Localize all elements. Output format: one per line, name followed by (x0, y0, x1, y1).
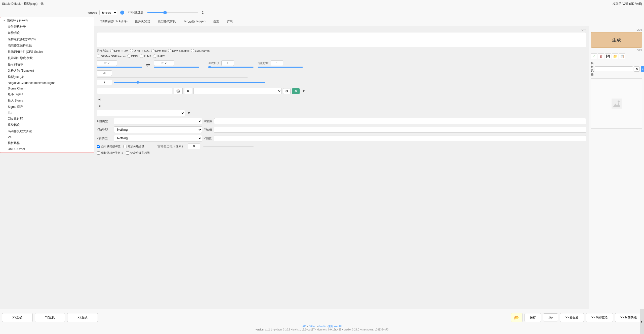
dropdown-item-hires-steps[interactable]: 高清修复采样次数 (0, 42, 94, 49)
height-input[interactable] (154, 60, 174, 66)
swap-wh-btn[interactable]: ⇄ (146, 62, 150, 68)
dropdown-item-seed[interactable]: 随机种子(seed) (0, 17, 94, 24)
tensors-select[interactable]: tensors (99, 10, 117, 15)
sampler-dpmsdekarras[interactable]: DPM++ SDE Karras (97, 55, 126, 58)
dropdown-item-sampler[interactable]: 采样方法 (Sampler) (0, 68, 94, 74)
steps-slider[interactable] (114, 82, 265, 83)
cfg-slider[interactable] (97, 77, 248, 78)
trash-icon[interactable]: 🗑 (598, 53, 604, 59)
check-icon[interactable]: ✓ (591, 53, 597, 59)
dropdown-item-guidance[interactable]: 提示词引导度-警块 (0, 55, 94, 61)
template-apply-btn[interactable]: ▸ (641, 66, 644, 72)
extra-select[interactable] (97, 110, 185, 116)
z-axis-select[interactable]: Nothing (114, 135, 202, 141)
gen-count-input[interactable] (221, 60, 234, 66)
dropdown-item-sigma-noise[interactable]: Sigma 噪声 (0, 104, 94, 110)
width-input[interactable] (97, 60, 117, 66)
dropdown-item-min-sigma[interactable]: 最小 Sigma (0, 91, 94, 98)
template-input[interactable] (595, 66, 633, 71)
x-axis-select[interactable] (114, 118, 202, 124)
lora-refresh-btn[interactable]: ♻ (292, 88, 300, 94)
sampler-lmskarras[interactable]: LMS Karras (191, 49, 210, 52)
nav-convert[interactable]: 模型格式转换 (154, 18, 179, 25)
nav-settings[interactable]: 设置 (210, 18, 223, 25)
sampler-ddim[interactable]: DDIM (127, 55, 138, 58)
sampler-dpmfast[interactable]: DPM fast (151, 49, 167, 52)
footer: API • Github • Gradio • 重启 WebUI version… (0, 324, 644, 332)
footer-reload[interactable]: 重启 WebUI (328, 325, 342, 328)
recycle-btn[interactable]: ♻ (184, 88, 192, 94)
extra-triangle[interactable]: ▼ (186, 111, 191, 116)
inpaint-btn[interactable]: >> 局部重绘 (586, 313, 613, 322)
dropdown-item-neg-sigma[interactable]: Negative Guidance minimum sigma (0, 80, 94, 86)
template-x-btn[interactable]: ✕ (634, 66, 640, 72)
batch-input[interactable] (271, 60, 283, 66)
lora-triangle-down[interactable]: ▼ (301, 88, 306, 93)
y-axis-value-input[interactable] (214, 127, 586, 133)
dropdown-item-clip-skip[interactable]: Clip 跳过层 (0, 116, 94, 122)
save-btn[interactable]: 保存 (525, 313, 541, 322)
dropdown-item-vae[interactable]: VAE (0, 134, 94, 140)
dropdown-item-max-sigma[interactable]: 最大 Sigma (0, 98, 94, 104)
sampler-dpmsde[interactable]: DPM++ SDE (130, 49, 150, 52)
nav-gallery[interactable]: 图库浏览器 (132, 18, 154, 25)
folder-open-btn[interactable]: 📂 (511, 313, 522, 322)
dropdown-item-unipc[interactable]: UniPC Order (0, 146, 94, 152)
dropdown-item-freq[interactable]: 提示词顺率 (0, 61, 94, 68)
sampler-dpmadaptive[interactable]: DPM adaptive (168, 49, 189, 52)
xz-swap-btn[interactable]: XZ互换 (67, 313, 98, 322)
footer-gradio[interactable]: Gradio (318, 325, 326, 328)
subgrid-image-checkbox[interactable]: 矩次分级图像 (124, 145, 144, 148)
save-icon[interactable]: 💾 (605, 53, 611, 59)
dropdown-item-diff-seed[interactable]: 差异随机种子 (0, 24, 94, 30)
lora-triangle3[interactable]: ◄ (97, 103, 102, 108)
dropdown-item-cfg[interactable]: 提示词相关性(CFG Scale) (0, 49, 94, 55)
side-toggle-btn[interactable]: ▸ (640, 309, 644, 334)
show-axis-checkbox[interactable]: 显示轴类型和值 (97, 145, 120, 148)
z-axis-value-input[interactable] (214, 135, 586, 141)
yz-swap-btn[interactable]: YZ互换 (35, 313, 65, 322)
nav-tagger[interactable]: Tag反推(Tagger) (180, 18, 209, 25)
batch-slider[interactable] (258, 67, 303, 68)
border-slider[interactable] (203, 146, 254, 147)
width-slider[interactable] (97, 67, 142, 68)
extras-btn[interactable]: >> 附加功能 (615, 313, 642, 322)
subgrid-high-checkbox[interactable]: 矩次分级高档图 (126, 151, 150, 155)
steps-input[interactable] (97, 80, 112, 85)
clip-slider-track[interactable] (147, 12, 198, 13)
dropdown-item-eta[interactable]: Eta (0, 110, 94, 116)
zip-btn[interactable]: Zip (543, 313, 558, 321)
lora-select[interactable] (193, 88, 281, 94)
y-axis-select[interactable]: Nothing (114, 126, 202, 133)
sampler-dpm2m[interactable]: DPM++ 2M (110, 49, 128, 52)
nav-extensions[interactable]: 扩展 (223, 18, 236, 25)
dropdown-item-hires-upscale[interactable]: 高清修复放大算法 (0, 128, 94, 134)
dice-btn[interactable]: 🎲 (174, 88, 183, 94)
dropdown-item-steps[interactable]: 采样迭代步数(Steps) (0, 36, 94, 42)
gen-count-slider[interactable] (208, 67, 254, 68)
cfg-input[interactable] (97, 70, 112, 76)
keep-seed-checkbox[interactable]: 保持随机种子为-1 (97, 151, 123, 155)
to-img-btn[interactable]: >> 图生图 (560, 313, 584, 322)
border-value-input[interactable] (188, 144, 200, 149)
nav-lora[interactable]: 附加功能(LoRA插件) (96, 18, 131, 25)
lora-gear-btn[interactable]: ⚙ (283, 88, 291, 94)
dropdown-item-diff-strength[interactable]: 差异强度 (0, 30, 94, 36)
x-axis-value-input[interactable] (214, 118, 586, 124)
dropdown-item-face[interactable]: Face restore (0, 152, 94, 153)
folder-icon[interactable]: 📁 (612, 53, 618, 59)
footer-github[interactable]: Github (309, 325, 316, 328)
footer-api[interactable]: API (302, 325, 306, 328)
sampler-plms[interactable]: PLMS (140, 55, 151, 58)
dropdown-item-template[interactable]: 模板风格 (0, 140, 94, 146)
dropdown-item-model-name[interactable]: 模型(ckpt)名 (0, 74, 94, 80)
dropdown-item-denoising[interactable]: 重绘幅度 (0, 122, 94, 128)
xy-swap-btn[interactable]: XY互换 (2, 313, 33, 322)
sampler-unipc[interactable]: UniPC (153, 55, 165, 58)
lora-triangle2[interactable]: ◄ (97, 97, 102, 102)
generate-button[interactable]: 生成 (591, 32, 642, 48)
seed-input[interactable] (97, 88, 172, 94)
height-slider[interactable] (154, 67, 199, 68)
dropdown-item-sigma-churn[interactable]: Sigma Churn (0, 86, 94, 91)
copy-icon[interactable]: 📋 (619, 53, 625, 59)
